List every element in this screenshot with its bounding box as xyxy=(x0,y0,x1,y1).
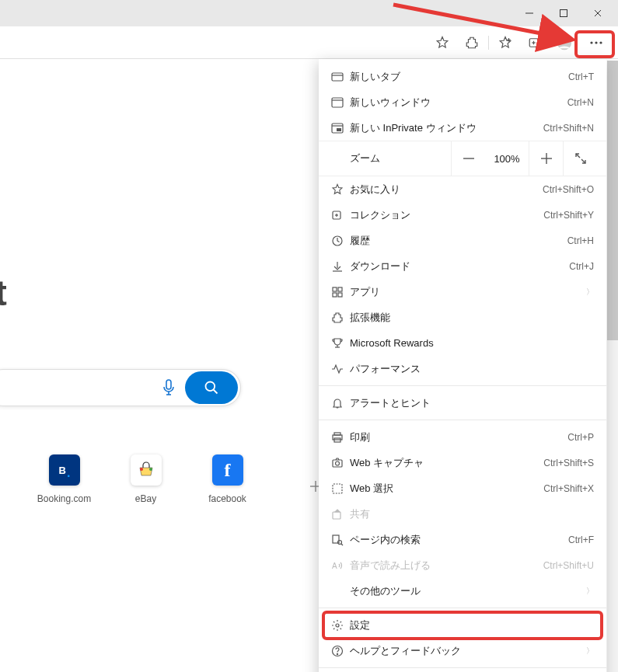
gear-icon xyxy=(331,619,350,632)
mic-icon[interactable] xyxy=(162,379,176,396)
svg-line-18 xyxy=(214,390,218,394)
svg-line-34 xyxy=(581,159,585,163)
browser-window: oft 場 B. Booking.com eBay f facebook xyxy=(0,0,618,672)
profile-icon[interactable] xyxy=(550,30,579,55)
zoom-out-button[interactable] xyxy=(451,141,485,176)
menu-separator xyxy=(319,608,606,608)
svg-point-13 xyxy=(599,41,602,44)
svg-rect-50 xyxy=(333,460,342,467)
zoom-value: 100% xyxy=(485,153,529,165)
quicklink-label: Booking.com xyxy=(37,493,91,504)
menu-history[interactable]: 履歴Ctrl+H xyxy=(319,228,606,253)
apps-icon xyxy=(331,286,350,298)
collections-toolbar-icon[interactable] xyxy=(520,30,550,55)
menu-read-aloud: A 音声で読み上げるCtrl+Shift+U xyxy=(319,552,606,578)
search-button[interactable] xyxy=(185,371,238,404)
collections-icon xyxy=(331,209,350,221)
scrollbar-vertical[interactable] xyxy=(607,61,618,672)
search-box[interactable] xyxy=(0,369,241,406)
svg-rect-43 xyxy=(333,293,337,297)
quicklink-ebay[interactable]: eBay xyxy=(105,454,187,504)
menu-print[interactable]: 印刷Ctrl+P xyxy=(319,424,606,450)
svg-point-20 xyxy=(149,468,152,471)
select-icon xyxy=(331,482,350,495)
menu-find[interactable]: ページ内の検索Ctrl+F xyxy=(319,527,606,552)
menu-share: 共有 xyxy=(319,501,606,527)
help-icon xyxy=(331,645,350,657)
new-window-icon xyxy=(331,96,350,109)
svg-rect-1 xyxy=(560,10,567,17)
history-icon xyxy=(331,235,350,247)
quicklink-booking-tile: B xyxy=(59,465,66,476)
camera-icon xyxy=(331,457,350,469)
svg-point-11 xyxy=(590,41,592,44)
svg-rect-29 xyxy=(337,128,341,131)
ebay-icon xyxy=(137,461,155,479)
menu-apps[interactable]: アプリ〉 xyxy=(319,279,606,305)
menu-performance[interactable]: パフォーマンス xyxy=(319,356,606,381)
more-button[interactable] xyxy=(579,30,613,55)
brand-text: oft xyxy=(0,272,7,314)
svg-line-56 xyxy=(341,544,343,545)
find-icon xyxy=(331,534,350,546)
svg-point-10 xyxy=(561,37,567,43)
minimize-button[interactable] xyxy=(512,2,546,25)
svg-rect-52 xyxy=(333,484,342,493)
menu-zoom: ズーム 100% xyxy=(319,141,606,176)
menu-downloads[interactable]: ダウンロードCtrl+J xyxy=(319,253,606,279)
app-menu: 新しいタブCtrl+T 新しいウィンドウCtrl+N 新しい InPrivate… xyxy=(319,59,606,672)
fullscreen-button[interactable] xyxy=(563,141,597,176)
svg-rect-44 xyxy=(338,293,342,297)
svg-point-19 xyxy=(140,468,143,471)
close-button[interactable] xyxy=(581,2,615,25)
menu-help[interactable]: ヘルプとフィードバック〉 xyxy=(319,638,606,663)
print-icon xyxy=(331,431,350,444)
svg-point-60 xyxy=(337,653,337,654)
extensions-toolbar-icon[interactable] xyxy=(457,30,487,55)
menu-separator xyxy=(319,667,606,668)
svg-point-51 xyxy=(336,461,340,465)
svg-line-33 xyxy=(576,154,580,158)
bell-icon xyxy=(331,397,350,409)
settings-highlight-container: 設定 xyxy=(319,612,606,638)
favorite-add-icon[interactable] xyxy=(428,30,457,55)
menu-separator xyxy=(319,420,606,420)
menu-more-tools[interactable]: その他のツール〉 xyxy=(319,578,606,604)
scrollbar-thumb[interactable] xyxy=(607,61,618,340)
quicklink-label: facebook xyxy=(208,493,246,504)
menu-new-inprivate[interactable]: 新しい InPrivate ウィンドウCtrl+Shift+N xyxy=(319,115,606,141)
toolbar xyxy=(0,26,618,59)
menu-separator xyxy=(319,385,606,386)
menu-new-tab[interactable]: 新しいタブCtrl+T xyxy=(319,64,606,89)
svg-point-17 xyxy=(206,382,215,392)
quicklink-facebook-tile: f xyxy=(225,460,231,481)
puzzle-icon xyxy=(331,312,350,324)
menu-rewards[interactable]: Microsoft Rewards xyxy=(319,330,606,356)
quicklink-facebook[interactable]: f facebook xyxy=(187,454,268,504)
quick-links: B. Booking.com eBay f facebook xyxy=(23,454,268,504)
menu-new-window[interactable]: 新しいウィンドウCtrl+N xyxy=(319,89,606,115)
svg-rect-25 xyxy=(332,98,343,107)
svg-rect-23 xyxy=(332,73,343,81)
menu-web-select[interactable]: Web 選択Ctrl+Shift+X xyxy=(319,475,606,501)
quicklink-booking[interactable]: B. Booking.com xyxy=(23,454,105,504)
download-icon xyxy=(331,260,350,273)
favorites-toolbar-icon[interactable] xyxy=(491,30,520,55)
star-icon xyxy=(331,183,350,196)
svg-rect-42 xyxy=(338,287,342,291)
menu-settings[interactable]: 設定 xyxy=(319,612,606,638)
menu-extensions[interactable]: 拡張機能 xyxy=(319,305,606,330)
svg-rect-41 xyxy=(333,287,337,291)
menu-web-capture[interactable]: Web キャプチャCtrl+Shift+S xyxy=(319,450,606,475)
title-bar xyxy=(0,0,618,26)
zoom-in-button[interactable] xyxy=(529,141,563,176)
trophy-icon xyxy=(331,337,350,350)
menu-collections[interactable]: コレクションCtrl+Shift+Y xyxy=(319,202,606,228)
menu-alerts[interactable]: アラートとヒント xyxy=(319,390,606,416)
toolbar-separator xyxy=(488,36,489,50)
svg-point-55 xyxy=(338,540,342,544)
menu-favorites[interactable]: お気に入りCtrl+Shift+O xyxy=(319,176,606,202)
read-aloud-icon: A xyxy=(331,559,350,572)
pulse-icon xyxy=(331,363,350,375)
maximize-button[interactable] xyxy=(546,2,581,25)
